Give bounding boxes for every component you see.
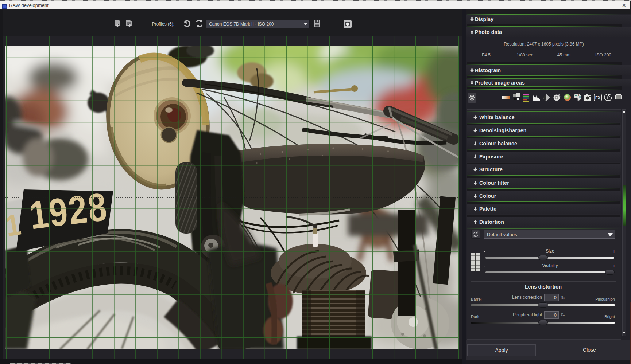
svg-text:FX: FX [595, 95, 601, 100]
